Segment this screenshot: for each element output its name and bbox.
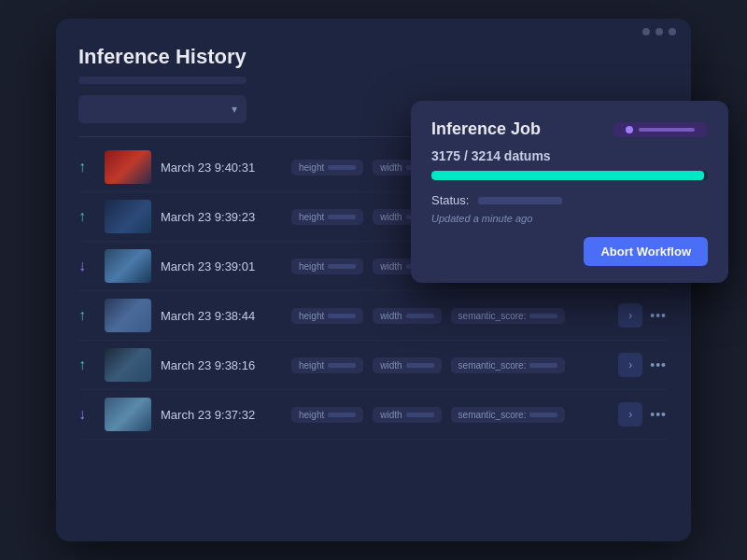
filter-dropdown[interactable]: ▾	[78, 95, 247, 123]
tag-bar	[406, 363, 434, 368]
arrow-down-icon: ↓	[78, 406, 95, 423]
tag-label: width	[380, 360, 402, 371]
row-actions: › •••	[618, 303, 669, 328]
search-bar[interactable]	[78, 77, 247, 84]
page-title: Inference History	[78, 45, 669, 69]
status-badge	[613, 122, 708, 137]
thumbnail	[105, 150, 151, 184]
row-actions: › •••	[618, 353, 669, 377]
row-timestamp: March 23 9:38:16	[161, 358, 282, 372]
more-options-button[interactable]: •••	[648, 357, 669, 372]
tag-label: semantic_score:	[458, 311, 527, 321]
tag-bar	[406, 413, 434, 417]
table-row: ↓ March 23 9:37:32 height width semantic…	[78, 390, 669, 440]
tag-bar	[328, 264, 356, 269]
tag-bar	[529, 314, 557, 318]
row-timestamp: March 23 9:38:44	[161, 309, 282, 323]
height-tag: height	[291, 160, 363, 175]
thumbnail	[105, 200, 151, 233]
width-tag: width	[373, 357, 441, 373]
status-value-bar	[478, 197, 562, 204]
dropdown-chevron: ▾	[232, 103, 237, 116]
row-timestamp: March 23 9:40:31	[161, 161, 282, 175]
arrow-up-icon: ↑	[78, 208, 95, 225]
tag-label: semantic_score:	[458, 360, 527, 371]
tag-label: height	[299, 360, 324, 371]
window-dot-1	[642, 28, 650, 35]
table-row: ↑ March 23 9:38:44 height width semantic…	[78, 291, 669, 341]
row-timestamp: March 23 9:39:23	[161, 210, 282, 224]
tag-label: height	[299, 261, 324, 272]
inference-job-popup: Inference Job 3175 / 3214 datums Status:…	[411, 101, 728, 283]
row-timestamp: March 23 9:37:32	[161, 408, 282, 422]
width-tag: width	[373, 308, 441, 324]
height-tag: height	[291, 308, 363, 324]
table-row: ↑ March 23 9:38:16 height width semantic…	[78, 341, 669, 390]
tag-label: semantic_score:	[458, 410, 527, 420]
arrow-up-icon: ↑	[78, 357, 95, 373]
thumbnail	[105, 348, 151, 382]
status-label: Status:	[431, 193, 469, 207]
progress-track	[431, 171, 708, 180]
tag-label: width	[380, 212, 402, 222]
semantic-score-tag: semantic_score:	[451, 407, 566, 423]
width-tag: width	[373, 407, 441, 423]
tag-label: height	[299, 311, 324, 321]
badge-dot	[626, 126, 633, 133]
popup-header: Inference Job	[431, 119, 708, 139]
expand-button[interactable]: ›	[618, 402, 642, 427]
tag-label: height	[299, 162, 324, 173]
thumbnail	[105, 398, 151, 431]
badge-line	[639, 128, 695, 132]
arrow-down-icon: ↓	[78, 258, 95, 274]
updated-text: Updated a minute ago	[431, 213, 708, 224]
main-window: Inference History ▾ ↑ March 23 9:40:31 h…	[56, 19, 691, 541]
height-tag: height	[291, 407, 363, 423]
arrow-up-icon: ↑	[78, 159, 95, 175]
window-dot-2	[655, 28, 663, 35]
titlebar	[56, 19, 691, 35]
height-tag: height	[291, 357, 363, 373]
row-timestamp: March 23 9:39:01	[161, 259, 282, 273]
more-options-button[interactable]: •••	[648, 308, 669, 323]
window-dot-3	[669, 28, 676, 35]
expand-button[interactable]: ›	[618, 303, 642, 328]
tag-bar	[328, 363, 356, 368]
progress-fill	[431, 171, 704, 180]
row-actions: › •••	[618, 402, 669, 427]
expand-button[interactable]: ›	[618, 353, 642, 377]
thumbnail	[105, 249, 151, 283]
height-tag: height	[291, 259, 363, 274]
height-tag: height	[291, 209, 363, 225]
tag-bar	[328, 165, 356, 170]
tag-label: height	[299, 410, 324, 420]
popup-footer: Abort Workflow	[431, 237, 708, 266]
abort-workflow-button[interactable]: Abort Workflow	[584, 237, 708, 266]
tag-bar	[406, 314, 434, 318]
tag-bar	[529, 413, 557, 417]
tag-bar	[328, 413, 356, 417]
tag-label: width	[380, 410, 402, 420]
tag-label: width	[380, 261, 402, 272]
arrow-up-icon: ↑	[78, 307, 95, 324]
semantic-score-tag: semantic_score:	[451, 308, 566, 324]
thumbnail	[105, 299, 151, 332]
datums-count: 3175 / 3214 datums	[431, 148, 708, 163]
tag-label: height	[299, 212, 324, 222]
popup-title: Inference Job	[431, 119, 541, 139]
tag-label: width	[380, 311, 402, 321]
tag-bar	[328, 215, 356, 219]
tag-label: width	[380, 162, 402, 173]
more-options-button[interactable]: •••	[648, 407, 669, 422]
semantic-score-tag: semantic_score:	[451, 357, 566, 373]
status-row: Status:	[431, 193, 708, 207]
tag-bar	[529, 363, 557, 368]
tag-bar	[328, 314, 356, 318]
